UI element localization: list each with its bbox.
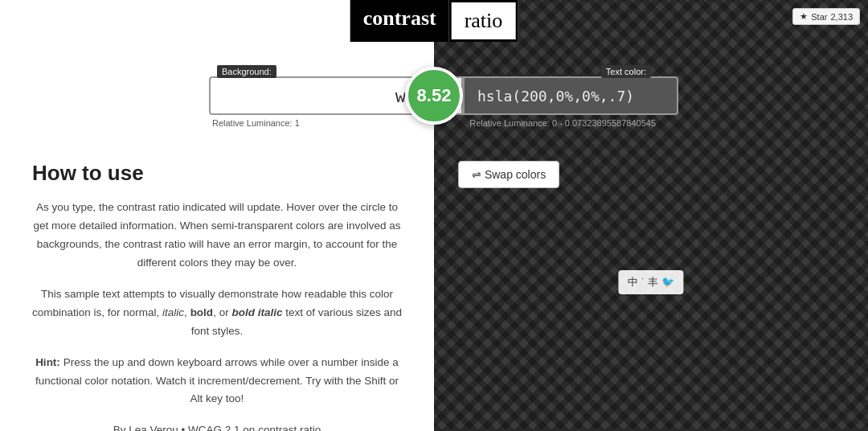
luminance-right: Relative Luminance: 0 - 0.07323895587840…	[469, 118, 656, 128]
swap-label: Swap colors	[485, 168, 546, 181]
ratio-circle: 8.52	[405, 67, 463, 125]
background-label: Background:	[217, 65, 276, 78]
page-container: How to use As you type, the contrast rat…	[0, 0, 868, 431]
text-color-label: Text color:	[601, 65, 651, 78]
swap-icon: ⇌	[472, 168, 481, 181]
star-icon: ★	[800, 11, 808, 22]
logo: contrast ratio	[350, 0, 518, 42]
hint-text: Hint: Press the up and down keyboard arr…	[32, 354, 402, 409]
luminance-left: Relative Luminance: 1	[212, 118, 300, 128]
logo-contrast: contrast	[350, 0, 449, 42]
how-to-use-section: How to use As you type, the contrast rat…	[0, 161, 434, 431]
github-star-button[interactable]: ★ Star 2,313	[792, 8, 860, 25]
logo-ratio: ratio	[449, 0, 518, 42]
input-row: Background: 8.52 Text color:	[209, 76, 659, 115]
how-to-use-heading: How to use	[32, 161, 402, 186]
text-color-input[interactable]	[463, 76, 678, 115]
how-to-use-description: As you type, the contrast ratio indicate…	[32, 199, 402, 273]
social-icons-label: 中 ˙ 丰 🐦	[628, 275, 674, 289]
right-panel: ★ Star 2,313 中 ˙ 丰 🐦	[434, 0, 868, 431]
social-icons: 中 ˙ 丰 🐦	[618, 270, 683, 294]
ratio-value: 8.52	[417, 85, 452, 106]
sample-text: This sample text attempts to visually de…	[32, 285, 402, 341]
footer-credit: By Lea Verou • WCAG 2.1 on contrast rati…	[32, 421, 402, 431]
star-count: 2,313	[830, 12, 853, 22]
swap-colors-button[interactable]: ⇌ Swap colors	[458, 161, 559, 188]
input-area: Background: 8.52 Text color: Relative Lu…	[209, 76, 659, 128]
star-label: Star	[811, 12, 827, 22]
